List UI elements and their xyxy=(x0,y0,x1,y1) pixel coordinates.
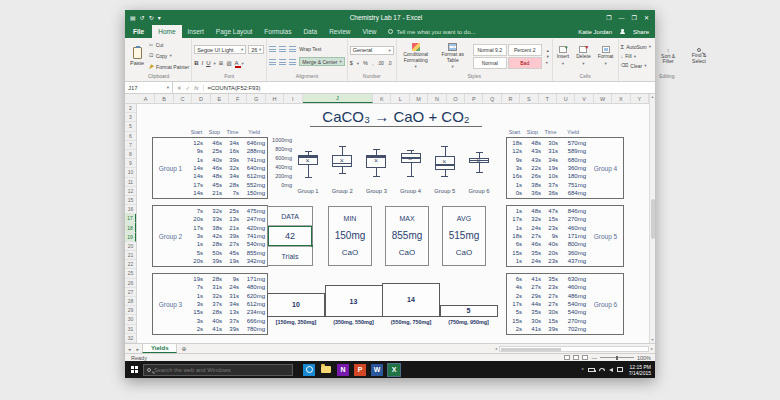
table-row[interactable]: 14s48s34s612mg xyxy=(188,172,267,180)
row-header-cell[interactable]: 22 xyxy=(125,260,136,269)
table-row[interactable]: 7s31s24s480mg xyxy=(188,283,267,291)
table-row[interactable]: 14s46s32s640mg xyxy=(188,164,267,172)
fill-button[interactable]: ↓Fill▾ xyxy=(621,53,652,59)
table-row[interactable]: 20s33s13s247mg xyxy=(188,215,267,223)
data-card-footer[interactable]: Trials xyxy=(268,246,312,265)
table-row[interactable]: 9s25s16s288mg xyxy=(188,147,267,155)
row-header-cell[interactable]: 27 xyxy=(125,288,136,297)
table-row[interactable]: 3s37s34s612mg xyxy=(188,300,267,308)
table-row[interactable]: 2s41s39s702mg xyxy=(507,325,588,333)
avg-card[interactable]: AVG 515mg CaO xyxy=(442,206,486,266)
vertical-scrollbar[interactable]: ▲ ▼ xyxy=(649,94,655,343)
column-header-cell[interactable]: P xyxy=(465,94,483,103)
table-row[interactable]: 2s41s39s780mg xyxy=(188,325,267,333)
start-button[interactable] xyxy=(125,361,143,378)
tell-me-box[interactable]: Tell me what you want to do... xyxy=(382,25,481,38)
scrollbar-thumb[interactable] xyxy=(501,348,561,351)
borders-icon[interactable]: ⊞ xyxy=(219,61,224,66)
fill-color-icon[interactable]: ▨ xyxy=(226,61,231,66)
taskbar-clock[interactable]: 12:15 PM 7/14/2015 xyxy=(627,364,651,376)
scroll-down-icon[interactable]: ▼ xyxy=(651,338,654,342)
ribbon-tab[interactable]: Home xyxy=(152,25,181,38)
zoom-slider-thumb[interactable] xyxy=(616,356,618,360)
table-row[interactable]: 20s39s19s342mg xyxy=(188,257,267,265)
table-row[interactable]: 6s41s35s630mg xyxy=(507,275,588,283)
cell-style-option[interactable]: Normal xyxy=(473,57,507,69)
wrap-text-button[interactable]: Wrap Text xyxy=(299,46,321,52)
histogram-bar[interactable]: 5 xyxy=(440,305,498,317)
column-header-cell[interactable]: Q xyxy=(483,94,501,103)
row-header-cell[interactable]: 19 xyxy=(125,233,136,242)
action-center-icon[interactable] xyxy=(617,367,623,372)
wifi-icon[interactable] xyxy=(599,368,605,371)
column-header-cell[interactable]: Y xyxy=(631,94,649,103)
horizontal-scrollbar[interactable]: ◂ ▸ xyxy=(495,346,655,352)
column-header-cell[interactable]: B xyxy=(155,94,173,103)
column-header-cell[interactable]: H xyxy=(266,94,284,103)
table-row[interactable]: 1s48s47s846mg xyxy=(507,207,588,215)
font-name-select[interactable]: Segoe UI Light▾ xyxy=(194,45,246,54)
autosum-button[interactable]: ΣAutoSum▾ xyxy=(621,44,652,50)
row-header-cell[interactable]: 7 xyxy=(125,141,136,150)
gallery-more-icon[interactable]: ▾ xyxy=(546,60,550,65)
zoom-level[interactable]: 100% xyxy=(637,355,651,361)
taskbar-icon-store[interactable] xyxy=(303,364,315,376)
column-header-cell[interactable]: L xyxy=(391,94,409,103)
table-row[interactable]: 17s38s21s420mg xyxy=(188,224,267,232)
qat-customize-icon[interactable]: ▾ xyxy=(158,15,161,21)
column-header-cell[interactable]: V xyxy=(575,94,593,103)
column-header-cell[interactable]: W xyxy=(594,94,612,103)
page-break-view-icon[interactable] xyxy=(582,355,588,360)
clear-button[interactable]: ⌫Clear▾ xyxy=(621,63,652,69)
ribbon-tab[interactable]: Review xyxy=(323,25,356,38)
row-header-cell[interactable]: 10 xyxy=(125,168,136,177)
row-header-cell[interactable]: 9 xyxy=(125,159,136,168)
column-header-cell[interactable]: G xyxy=(247,94,265,103)
align-middle-icon[interactable] xyxy=(279,46,286,52)
tray-expand-icon[interactable]: ^ xyxy=(581,367,583,373)
table-row[interactable]: 15s28s13s234mg xyxy=(188,308,267,316)
ribbon-tab[interactable]: Data xyxy=(297,25,323,38)
row-header-cell[interactable]: 6 xyxy=(125,132,136,141)
find-select-button[interactable]: Find & Select xyxy=(685,40,713,72)
format-as-table-button[interactable]: Format as Table ▾ xyxy=(436,40,470,72)
user-name[interactable]: Katie Jordan xyxy=(578,29,612,35)
column-header-cell[interactable]: K xyxy=(373,94,391,103)
table-row[interactable]: 3s22s19s360mg xyxy=(507,164,588,172)
sheet-tab-yields[interactable]: Yields xyxy=(142,344,177,353)
currency-format-button[interactable]: $ xyxy=(350,60,353,66)
save-icon[interactable]: ▤ xyxy=(130,15,136,21)
table-row[interactable]: 5s50s45s855mg xyxy=(188,248,267,256)
cell-style-option[interactable]: Bad xyxy=(508,57,542,69)
gallery-up-icon[interactable]: ▲ xyxy=(546,48,550,53)
format-cells-button[interactable]: Format▾ xyxy=(596,40,616,72)
ribbon-tab[interactable]: File xyxy=(125,25,152,38)
ribbon-tab[interactable]: View xyxy=(356,25,382,38)
scrollbar-thumb[interactable] xyxy=(651,199,655,239)
search-input[interactable] xyxy=(154,367,284,373)
scrollbar-track[interactable] xyxy=(499,346,649,352)
column-header-cell[interactable]: F xyxy=(229,94,247,103)
column-header-cell[interactable]: I xyxy=(284,94,302,103)
ribbon-display-options-icon[interactable]: ❐ xyxy=(606,15,611,21)
align-top-icon[interactable] xyxy=(269,46,276,52)
table-row[interactable]: 7s32s25s475mg xyxy=(188,207,267,215)
row-header-cell[interactable]: 12 xyxy=(125,187,136,196)
comma-format-button[interactable]: , xyxy=(372,60,374,66)
column-header-cell[interactable]: R xyxy=(502,94,520,103)
align-left-icon[interactable] xyxy=(269,59,276,65)
table-row[interactable]: 14s21s7s150mg xyxy=(188,189,267,197)
share-button[interactable]: Share xyxy=(633,29,649,35)
table-row[interactable]: 3s42s39s741mg xyxy=(188,232,267,240)
scroll-left-icon[interactable]: ◂ xyxy=(495,346,497,351)
row-header-cell[interactable]: 31 xyxy=(125,325,136,334)
table-row[interactable]: 9s43s34s680mg xyxy=(507,156,588,164)
histogram-bar[interactable]: 13 xyxy=(325,285,383,317)
gallery-down-icon[interactable]: ▼ xyxy=(546,54,550,59)
column-header-cell[interactable]: J xyxy=(303,94,374,103)
table-row[interactable]: 15s30s15s270mg xyxy=(507,316,588,324)
scroll-right-icon[interactable]: ▸ xyxy=(651,346,653,351)
zoom-slider[interactable] xyxy=(600,357,634,358)
normal-view-icon[interactable] xyxy=(564,355,570,360)
new-sheet-icon[interactable]: ⊕ xyxy=(177,345,190,352)
